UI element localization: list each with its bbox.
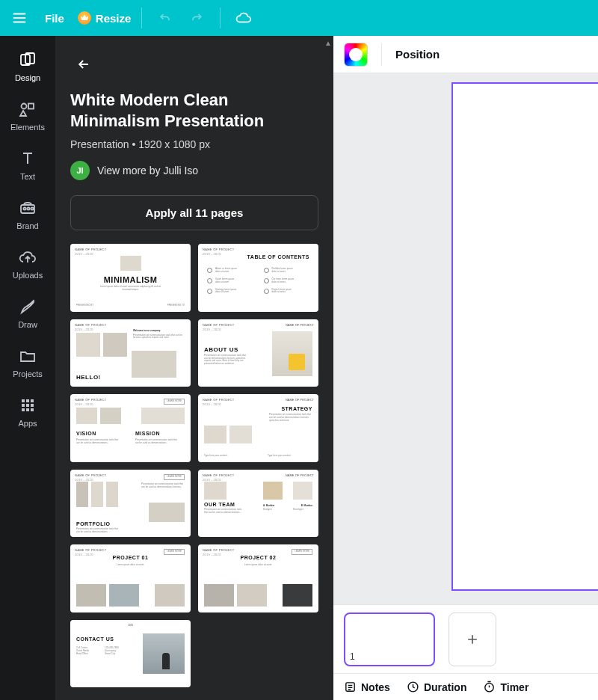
svg-point-7 <box>31 207 33 209</box>
page-strip: 1 <box>333 604 598 673</box>
rail-item-text[interactable]: Text <box>0 142 55 190</box>
svg-point-6 <box>27 207 29 209</box>
context-toolbar: Position <box>333 36 598 73</box>
brand-icon <box>19 199 37 217</box>
svg-rect-8 <box>22 399 25 402</box>
template-page-9[interactable]: NAME OF PROJECT2019 - 2020 LEARN MORE PR… <box>70 544 191 612</box>
apps-icon <box>19 396 37 414</box>
left-rail: ◀ Design Elements Text Brand <box>0 36 55 700</box>
rail-label: Design <box>15 73 40 82</box>
rail-label: Projects <box>13 369 43 378</box>
svg-rect-12 <box>26 404 29 407</box>
design-icon <box>19 51 37 69</box>
rail-label: Uploads <box>13 271 43 280</box>
timer-icon <box>483 681 496 693</box>
page-thumbnail-1[interactable]: 1 <box>344 612 435 666</box>
template-pages-grid: NAME OF PROJECT2019 - 2020 MINIMALISM Lo… <box>70 244 318 687</box>
projects-icon <box>19 347 37 365</box>
template-page-1[interactable]: NAME OF PROJECT2019 - 2020 MINIMALISM Lo… <box>70 244 191 312</box>
side-panel: ▲ White Modern Clean Minimalism Presenta… <box>55 36 333 700</box>
author-link[interactable]: JI View more by Julli Iso <box>70 161 318 180</box>
template-page-11[interactable]: 2020 CONTACT US Call CenterSocial MediaH… <box>70 620 191 688</box>
draw-icon <box>19 298 37 316</box>
svg-point-5 <box>23 207 25 209</box>
canvas-area: Position 1 Notes Duration Timer <box>333 36 598 700</box>
author-label: View more by Julli Iso <box>97 165 198 176</box>
rail-label: Brand <box>16 221 38 230</box>
rail-label: Draw <box>18 320 37 329</box>
rail-item-elements[interactable]: Elements <box>0 93 55 141</box>
svg-point-2 <box>22 104 27 109</box>
rail-item-draw[interactable]: Draw <box>0 290 55 338</box>
rail-label: Apps <box>18 419 37 428</box>
rail-label: Elements <box>10 123 45 132</box>
svg-rect-10 <box>31 399 34 402</box>
timer-label: Timer <box>500 681 528 693</box>
duration-label: Duration <box>424 681 467 693</box>
duration-button[interactable]: Duration <box>407 681 467 693</box>
svg-rect-15 <box>26 408 29 411</box>
panel-scroll[interactable]: White Modern Clean Minimalism Presentati… <box>55 36 333 700</box>
template-page-10[interactable]: NAME OF PROJECT2019 - 2020 LEARN MORE PR… <box>198 544 318 612</box>
svg-rect-3 <box>28 104 34 109</box>
top-bar: File Resize <box>0 0 598 36</box>
svg-rect-16 <box>31 408 34 411</box>
rail-label: Text <box>20 172 35 181</box>
position-button[interactable]: Position <box>395 48 440 61</box>
template-page-5[interactable]: NAME OF PROJECT2019 - 2020 LEARN MORE VI… <box>70 394 191 462</box>
timer-button[interactable]: Timer <box>483 681 528 693</box>
text-icon <box>19 150 37 168</box>
page-number: 1 <box>350 651 355 662</box>
scroll-indicator-icon: ▲ <box>324 39 332 47</box>
hamburger-menu[interactable] <box>6 4 33 31</box>
notes-label: Notes <box>361 681 390 693</box>
add-page-button[interactable] <box>449 612 496 666</box>
svg-rect-11 <box>22 404 25 407</box>
apply-all-button[interactable]: Apply all 11 pages <box>70 195 318 230</box>
template-page-2[interactable]: NAME OF PROJECT2019 - 2020 TABLE OF CONT… <box>198 244 318 312</box>
template-subtitle: Presentation • 1920 x 1080 px <box>70 138 318 150</box>
template-page-8[interactable]: NAME OF PROJECT2019 - 2020 NAME OF PROJE… <box>198 470 318 538</box>
author-avatar: JI <box>70 161 90 180</box>
resize-label: Resize <box>96 12 132 25</box>
svg-rect-13 <box>31 404 34 407</box>
template-page-3[interactable]: NAME OF PROJECT2019 - 2020 Welcome to ou… <box>70 319 191 387</box>
rail-item-uploads[interactable]: Uploads <box>0 241 55 289</box>
file-menu[interactable]: File <box>45 12 64 25</box>
resize-button[interactable]: Resize <box>78 11 132 25</box>
template-page-4[interactable]: NAME OF PROJECT2019 - 2020 NAME OF PROJE… <box>198 319 318 387</box>
template-title: White Modern Clean Minimalism Presentati… <box>70 90 318 131</box>
back-button[interactable] <box>70 51 97 78</box>
svg-rect-9 <box>26 399 29 402</box>
svg-point-19 <box>485 684 493 692</box>
template-page-6[interactable]: NAME OF PROJECT2019 - 2020 NAME OF PROJE… <box>198 394 318 462</box>
color-picker-button[interactable] <box>344 43 368 67</box>
redo-button[interactable] <box>184 5 209 31</box>
template-page-7[interactable]: NAME OF PROJECT2019 - 2020 LEARN MORE Pr… <box>70 470 191 538</box>
uploads-icon <box>19 248 37 266</box>
notes-button[interactable]: Notes <box>344 681 390 693</box>
svg-rect-14 <box>22 408 25 411</box>
clock-icon <box>407 681 419 693</box>
editor-stage[interactable] <box>333 73 598 604</box>
rail-item-design[interactable]: Design <box>0 43 55 91</box>
rail-item-brand[interactable]: Brand <box>0 191 55 239</box>
bottom-bar: Notes Duration Timer <box>333 673 598 700</box>
undo-button[interactable] <box>152 5 178 31</box>
rail-item-projects[interactable]: Projects <box>0 340 55 387</box>
notes-icon <box>344 681 357 693</box>
cloud-sync-icon[interactable] <box>231 5 256 31</box>
crown-icon <box>78 11 91 25</box>
elements-icon <box>19 100 37 118</box>
current-slide[interactable] <box>453 84 598 589</box>
rail-item-apps[interactable]: Apps <box>0 389 55 437</box>
